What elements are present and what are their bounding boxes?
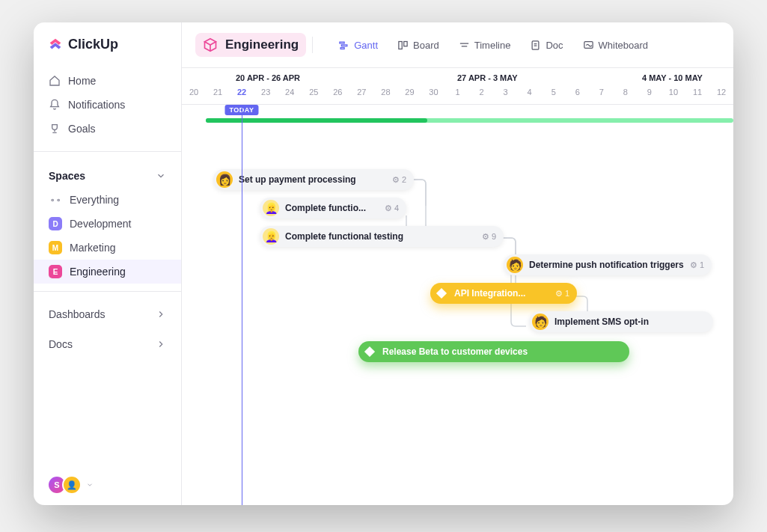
divider xyxy=(34,291,181,292)
view-tab-timeline-label: Timeline xyxy=(474,40,511,51)
day-cell: 3 xyxy=(494,88,518,104)
space-chip[interactable]: Engineering xyxy=(195,33,306,57)
subtask-count: ⚙ 1 xyxy=(690,260,704,270)
topbar: Engineering Gantt Board Timeline xyxy=(182,22,733,68)
day-cell: 8 xyxy=(614,88,638,104)
day-cell: 7 xyxy=(590,88,614,104)
dashboards-label: Dashboards xyxy=(49,308,106,320)
separator xyxy=(312,37,313,53)
cube-icon xyxy=(203,37,218,52)
brand-name: ClickUp xyxy=(68,37,118,52)
day-cell: 29 xyxy=(397,88,421,104)
view-tab-gantt[interactable]: Gantt xyxy=(329,35,387,55)
day-cell: 23 xyxy=(254,88,278,104)
space-marketing[interactable]: M Marketing xyxy=(34,236,181,260)
day-cell: 2 xyxy=(470,88,494,104)
space-engineering[interactable]: E Engineering xyxy=(34,260,181,284)
everything-icon: ⚬⚬ xyxy=(49,193,62,207)
day-cell: 9 xyxy=(638,88,661,104)
space-badge-e: E xyxy=(49,265,62,278)
task-complete-functional-2[interactable]: 👱‍♀️ Complete functional testing ⚙ 9 xyxy=(260,226,504,247)
day-cell: 11 xyxy=(685,88,709,104)
sidebar-docs[interactable]: Docs xyxy=(34,329,181,359)
svg-rect-2 xyxy=(340,47,344,49)
day-cell: 12 xyxy=(709,88,733,104)
task-setup-payment[interactable]: 👩 Set up payment processing ⚙ 2 xyxy=(213,169,414,190)
task-sms-optin[interactable]: 🧑 Implement SMS opt-in xyxy=(529,311,713,332)
day-cell: 21 xyxy=(206,88,230,104)
day-cell: 10 xyxy=(661,88,685,104)
board-icon xyxy=(397,40,409,51)
space-marketing-label: Marketing xyxy=(70,242,115,254)
view-tab-timeline[interactable]: Timeline xyxy=(450,35,520,55)
space-engineering-label: Engineering xyxy=(70,266,126,278)
view-tab-doc[interactable]: Doc xyxy=(521,35,572,55)
assignee-avatar: 👱‍♀️ xyxy=(263,200,279,216)
assignee-avatar: 👱‍♀️ xyxy=(263,228,279,245)
overall-progress xyxy=(206,118,733,123)
whiteboard-icon xyxy=(583,40,594,51)
task-api-integration[interactable]: API Integration... ⚙ 1 xyxy=(430,283,577,304)
nav-home[interactable]: Home xyxy=(41,69,174,93)
milestone-icon xyxy=(364,346,375,357)
view-tab-whiteboard[interactable]: Whiteboard xyxy=(574,35,657,55)
today-line xyxy=(242,105,242,505)
avatar-user-2[interactable]: 👤 xyxy=(62,475,82,495)
view-tab-board-label: Board xyxy=(413,40,439,51)
spaces-header[interactable]: Spaces xyxy=(34,159,181,188)
task-label: Determine push notification triggers xyxy=(529,260,684,270)
space-chip-title: Engineering xyxy=(225,37,299,52)
subtask-count: ⚙ 1 xyxy=(555,289,569,299)
svg-rect-0 xyxy=(340,42,344,43)
day-cell: 1 xyxy=(446,88,470,104)
home-icon xyxy=(49,75,61,87)
assignee-avatar: 👩 xyxy=(216,171,233,188)
app-window: ClickUp Home Notifications Goals Spaces … xyxy=(34,22,733,505)
spaces-header-label: Spaces xyxy=(49,170,85,182)
task-label: Set up payment processing xyxy=(239,174,386,185)
day-cell: 27 xyxy=(349,88,373,104)
subtask-count: ⚙ 9 xyxy=(482,232,496,242)
week-label-2: 27 APR - 3 MAY xyxy=(457,73,518,82)
week-label-1: 20 APR - 26 APR xyxy=(236,73,300,82)
task-release-beta[interactable]: Release Beta to customer devices xyxy=(358,341,629,362)
view-tab-board[interactable]: Board xyxy=(388,35,448,55)
task-push-notifications[interactable]: 🧑 Determine push notification triggers ⚙… xyxy=(504,254,712,275)
view-tab-whiteboard-label: Whiteboard xyxy=(599,40,648,51)
view-tab-gantt-label: Gantt xyxy=(354,40,378,51)
chevron-down-icon[interactable] xyxy=(86,480,94,490)
nav-notifications[interactable]: Notifications xyxy=(41,93,174,117)
day-cell-today: 22 xyxy=(230,88,254,104)
day-cell: 5 xyxy=(542,88,566,104)
doc-icon xyxy=(530,40,541,51)
clickup-logo-icon xyxy=(47,36,64,52)
day-cell: 24 xyxy=(278,88,302,104)
task-complete-functional-1[interactable]: 👱‍♀️ Complete functio... ⚙ 4 xyxy=(260,198,406,218)
day-cell: 30 xyxy=(421,88,445,104)
space-everything[interactable]: ⚬⚬ Everything xyxy=(34,188,181,212)
timeline-icon xyxy=(459,40,470,51)
bell-icon xyxy=(49,99,61,111)
nav-goals[interactable]: Goals xyxy=(41,117,174,141)
sidebar-dashboards[interactable]: Dashboards xyxy=(34,299,181,329)
user-avatars[interactable]: S 👤 xyxy=(34,475,181,495)
week-label-3: 4 MAY - 10 MAY xyxy=(642,73,703,82)
task-label: Complete functio... xyxy=(285,203,379,213)
space-development[interactable]: D Development xyxy=(34,212,181,236)
timeline-header: 20 APR - 26 APR 27 APR - 3 MAY 4 MAY - 1… xyxy=(182,68,733,105)
space-everything-label: Everything xyxy=(70,194,119,206)
main-area: Engineering Gantt Board Timeline xyxy=(182,22,733,505)
task-label: Release Beta to customer devices xyxy=(382,346,622,357)
day-cell: 28 xyxy=(373,88,397,104)
day-cell: 26 xyxy=(326,88,349,104)
logo[interactable]: ClickUp xyxy=(34,36,181,66)
space-badge-m: M xyxy=(49,241,62,254)
subtask-count: ⚙ 4 xyxy=(385,204,399,213)
gantt-body[interactable]: TODAY 👩 Set up payment processing ⚙ 2 xyxy=(182,105,733,505)
task-label: Complete functional testing xyxy=(285,231,476,242)
sidebar: ClickUp Home Notifications Goals Spaces … xyxy=(34,22,182,505)
space-development-label: Development xyxy=(70,218,132,230)
task-label: Implement SMS opt-in xyxy=(554,317,706,327)
overall-progress-done xyxy=(206,118,427,123)
task-label: API Integration... xyxy=(454,288,549,299)
